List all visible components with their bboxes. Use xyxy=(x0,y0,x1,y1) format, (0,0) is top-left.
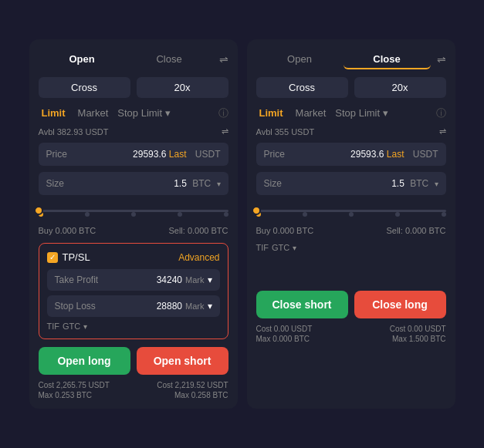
close-order-type-row: Limit Market Stop Limit ▾ ⓘ xyxy=(256,106,446,120)
close-size-value: 1.5 BTC ▾ xyxy=(391,178,438,189)
close-avbl-text: Avbl 355 USDT xyxy=(256,127,315,136)
limit-btn[interactable]: Limit xyxy=(39,106,69,120)
tpsl-section: ✓ TP/SL Advanced Take Profit 34240 Mark … xyxy=(39,243,228,339)
advanced-link[interactable]: Advanced xyxy=(178,252,219,263)
close-tif-section: TIF GTC ▾ xyxy=(256,243,446,252)
cost-long-max: Max 0.253 BTC xyxy=(39,391,110,399)
close-price-value: 29593.6 Last USDT xyxy=(350,149,438,160)
stop-limit-btn[interactable]: Stop Limit ▾ xyxy=(117,107,170,119)
price-number: 29593.6 xyxy=(133,149,166,160)
leverage-btn[interactable]: 20x xyxy=(137,77,228,98)
tpsl-header: ✓ TP/SL Advanced xyxy=(47,251,220,263)
close-price-number: 29593.6 xyxy=(350,149,384,160)
close-cost-long-col: Cost 0.00 USDT Max 1.500 BTC xyxy=(390,325,446,343)
close-slider-dot-25 xyxy=(303,212,307,217)
tpsl-checkbox[interactable]: ✓ xyxy=(47,252,58,263)
size-slider[interactable] xyxy=(39,203,228,218)
stop-loss-number: 28880 xyxy=(157,301,182,312)
size-value: 1.5 BTC ▾ xyxy=(174,178,220,189)
close-transfer-icon[interactable]: ⇌ xyxy=(439,126,446,136)
close-stop-limit-btn[interactable]: Stop Limit ▾ xyxy=(335,107,388,119)
slider-dot-50 xyxy=(131,212,136,217)
tpsl-label: TP/SL xyxy=(63,251,90,263)
close-slider-dots xyxy=(256,212,446,217)
open-panel: Open Close ⇌ Cross 20x Limit Market Stop… xyxy=(29,39,238,409)
sell-text: Sell: 0.000 BTC xyxy=(168,226,228,235)
close-price-input[interactable]: Price 29593.6 Last USDT xyxy=(256,143,446,166)
close-tab-close-active[interactable]: Close xyxy=(344,49,431,69)
close-short-button[interactable]: Close short xyxy=(256,291,348,318)
close-tif-value[interactable]: GTC xyxy=(272,243,289,252)
close-tab-open-inactive[interactable]: Open xyxy=(256,49,344,69)
size-label: Size xyxy=(46,178,64,189)
close-slider-dot-50 xyxy=(349,212,354,217)
size-input[interactable]: Size 1.5 BTC ▾ xyxy=(39,172,228,195)
leverage-row: Cross 20x xyxy=(39,77,228,98)
take-profit-label: Take Profit xyxy=(55,275,99,285)
close-cost-short-label: Cost 0.00 USDT xyxy=(256,325,313,333)
size-dropdown-icon: ▾ xyxy=(217,180,221,188)
close-slider-thumb[interactable] xyxy=(252,206,261,215)
close-size-slider[interactable] xyxy=(256,203,446,218)
close-long-button[interactable]: Close long xyxy=(354,291,446,318)
close-slider-dot-100 xyxy=(442,212,446,217)
close-leverage-btn[interactable]: 20x xyxy=(354,77,446,98)
close-tif-dropdown-icon: ▾ xyxy=(293,244,296,252)
tab-open[interactable]: Open xyxy=(39,49,126,69)
transfer-icon[interactable]: ⇌ xyxy=(222,126,228,136)
price-label: Price xyxy=(46,149,67,160)
close-market-btn[interactable]: Market xyxy=(293,106,330,120)
tif-label: TIF xyxy=(47,322,60,331)
close-cost-long-label: Cost 0.00 USDT xyxy=(390,325,446,333)
cost-row: Cost 2,265.75 USDT Max 0.253 BTC Cost 2,… xyxy=(39,381,228,399)
close-tif-label: TIF xyxy=(256,243,269,252)
close-price-unit: USDT xyxy=(413,149,438,160)
close-limit-btn[interactable]: Limit xyxy=(256,106,286,120)
slider-dots xyxy=(39,212,228,217)
close-panel: Open Close ⇌ Cross 20x Limit Market Stop… xyxy=(247,39,455,409)
close-slider-track xyxy=(256,210,446,212)
close-slider-dot-75 xyxy=(395,212,400,217)
price-last: Last xyxy=(169,149,187,160)
price-input[interactable]: Price 29593.6 Last USDT xyxy=(39,143,228,166)
close-avbl-row: Avbl 355 USDT ⇌ xyxy=(256,126,446,136)
stop-loss-dropdown-icon: ▾ xyxy=(208,301,212,312)
slider-track xyxy=(39,210,228,212)
tif-dropdown-icon: ▾ xyxy=(83,322,87,331)
cost-long-col: Cost 2,265.75 USDT Max 0.253 BTC xyxy=(39,381,110,399)
stop-loss-value: 28880 Mark ▾ xyxy=(157,301,212,312)
stop-loss-unit: Mark xyxy=(185,301,204,311)
settings-icon[interactable]: ⇌ xyxy=(219,53,228,66)
buy-text: Buy 0.000 BTC xyxy=(39,226,96,235)
price-unit: USDT xyxy=(195,149,221,160)
close-size-dropdown-icon: ▾ xyxy=(435,180,438,188)
stop-loss-input[interactable]: Stop Loss 28880 Mark ▾ xyxy=(47,295,220,317)
open-long-button[interactable]: Open long xyxy=(39,347,130,375)
tab-close-inactive[interactable]: Close xyxy=(126,49,213,69)
slider-dot-75 xyxy=(178,212,182,217)
tif-value[interactable]: GTC xyxy=(63,322,80,331)
take-profit-input[interactable]: Take Profit 34240 Mark ▾ xyxy=(47,269,220,291)
close-size-label: Size xyxy=(264,178,282,189)
close-price-label: Price xyxy=(264,149,285,160)
margin-type-btn[interactable]: Cross xyxy=(39,77,130,98)
tab-row-close: Open Close ⇌ xyxy=(256,49,446,69)
tpsl-checkbox-label[interactable]: ✓ TP/SL xyxy=(47,251,90,263)
close-buy-text: Buy 0.000 BTC xyxy=(256,226,314,235)
close-info-icon: ⓘ xyxy=(436,106,446,120)
market-btn[interactable]: Market xyxy=(75,106,112,120)
tif-row: TIF GTC ▾ xyxy=(47,322,220,331)
close-size-input[interactable]: Size 1.5 BTC ▾ xyxy=(256,172,446,195)
cost-short-max: Max 0.258 BTC xyxy=(157,391,228,399)
stop-loss-label: Stop Loss xyxy=(55,301,96,312)
close-cost-long-max: Max 1.500 BTC xyxy=(390,335,446,343)
close-settings-icon[interactable]: ⇌ xyxy=(437,53,446,66)
cost-short-label: Cost 2,219.52 USDT xyxy=(157,381,228,389)
take-profit-unit: Mark xyxy=(185,275,204,285)
close-margin-type-btn[interactable]: Cross xyxy=(256,77,348,98)
close-cost-short-max: Max 0.000 BTC xyxy=(256,335,313,343)
close-buy-sell-row: Buy 0.000 BTC Sell: 0.000 BTC xyxy=(256,226,446,235)
open-short-button[interactable]: Open short xyxy=(137,347,228,375)
slider-thumb[interactable] xyxy=(34,206,43,215)
close-price-last: Last xyxy=(387,149,404,160)
